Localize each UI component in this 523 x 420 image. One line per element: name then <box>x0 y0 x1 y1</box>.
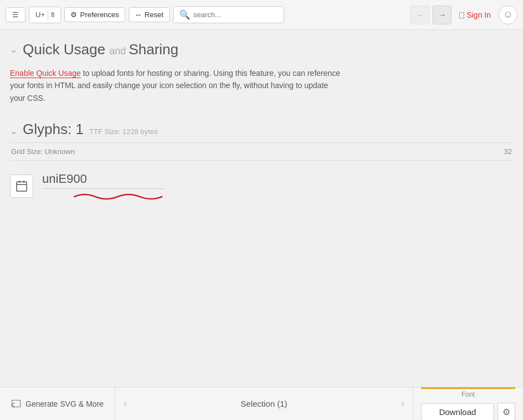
sign-in-button[interactable]: ⎕ Sign In <box>455 8 495 22</box>
generate-icon <box>11 399 21 409</box>
generate-svg-button[interactable]: Generate SVG & More <box>0 387 115 420</box>
right-chevron-icon: › <box>401 398 404 409</box>
back-icon: ← <box>416 11 424 19</box>
u-plus-fi-button[interactable]: U+ fi <box>29 7 61 23</box>
selection-nav-left[interactable]: ‹ <box>115 387 135 420</box>
search-input[interactable] <box>194 11 278 19</box>
selection-nav-right[interactable]: › <box>393 387 413 420</box>
menu-button[interactable]: ☰ <box>6 7 26 22</box>
sign-in-label: Sign In <box>466 11 491 19</box>
forward-button[interactable]: → <box>433 6 451 24</box>
grid-size-value: 32 <box>504 147 512 156</box>
svg-rect-0 <box>17 182 27 191</box>
search-icon: 🔍 <box>179 9 190 20</box>
separator <box>48 10 48 20</box>
search-box[interactable]: 🔍 <box>173 6 284 23</box>
sign-in-icon: ⎕ <box>459 11 464 19</box>
generate-svg-label: Generate SVG & More <box>26 399 104 408</box>
settings-icon: ⚙ <box>502 407 510 417</box>
selection-label-container: Selection (1) <box>135 399 393 408</box>
selection-label: Selection (1) <box>241 399 287 408</box>
quick-usage-title: Quick Usage and Sharing <box>23 41 179 58</box>
grid-size-label: Grid Size: Unknown <box>11 147 75 156</box>
grid-size-bar: Grid Size: Unknown 32 <box>10 142 513 161</box>
glyph-item: uniE900 <box>10 172 513 200</box>
glyph-name-container: uniE900 <box>42 172 165 200</box>
enable-quick-usage-link[interactable]: Enable Quick Usage <box>10 69 81 78</box>
font-tab-label: Font <box>421 387 515 399</box>
reset-icon: ↔ <box>135 11 142 19</box>
menu-icon: ☰ <box>11 11 21 19</box>
toolbar: ☰ U+ fi ⚙ Preferences ↔ Reset 🔍 ← → ⎕ Si… <box>0 0 523 30</box>
account-button[interactable]: ☺ <box>499 6 517 24</box>
preferences-button[interactable]: ⚙ Preferences <box>64 7 125 22</box>
quick-usage-chevron[interactable]: ⌄ <box>10 44 17 55</box>
main-content: ⌄ Quick Usage and Sharing Enable Quick U… <box>0 30 523 387</box>
glyphs-title: Glyphs: 1 <box>23 121 84 138</box>
glyphs-chevron[interactable]: ⌄ <box>10 126 17 136</box>
face-icon: ☺ <box>503 9 513 21</box>
download-settings-button[interactable]: ⚙ <box>497 403 515 420</box>
download-row: Download ⚙ <box>421 403 515 420</box>
reset-button[interactable]: ↔ Reset <box>129 7 170 22</box>
u-plus-label: U+ <box>34 11 47 19</box>
fi-label: fi <box>49 11 57 19</box>
quick-usage-section-header: ⌄ Quick Usage and Sharing <box>10 41 513 58</box>
left-chevron-icon: ‹ <box>124 398 127 409</box>
calendar-icon <box>15 180 28 193</box>
ttf-size-label: TTF Size: 1228 bytes <box>89 127 158 136</box>
download-button[interactable]: Download <box>421 403 494 421</box>
squiggle-decoration <box>73 190 165 200</box>
font-tab-accent <box>421 387 515 389</box>
back-button[interactable]: ← <box>410 6 429 24</box>
quick-usage-description: Enable Quick Usage to upload fonts for h… <box>10 67 343 104</box>
squiggle-svg <box>73 190 165 200</box>
glyph-name: uniE900 <box>42 172 165 189</box>
font-download-section: Font Download ⚙ <box>413 387 523 420</box>
glyphs-section-header: ⌄ Glyphs: 1 TTF Size: 1228 bytes <box>10 121 513 138</box>
glyph-icon-box[interactable] <box>10 175 33 198</box>
gear-icon: ⚙ <box>70 11 77 19</box>
forward-icon: → <box>438 11 446 19</box>
preferences-label: Preferences <box>80 11 119 19</box>
reset-label: Reset <box>145 11 164 19</box>
bottom-bar: Generate SVG & More ‹ Selection (1) › Fo… <box>0 387 523 420</box>
